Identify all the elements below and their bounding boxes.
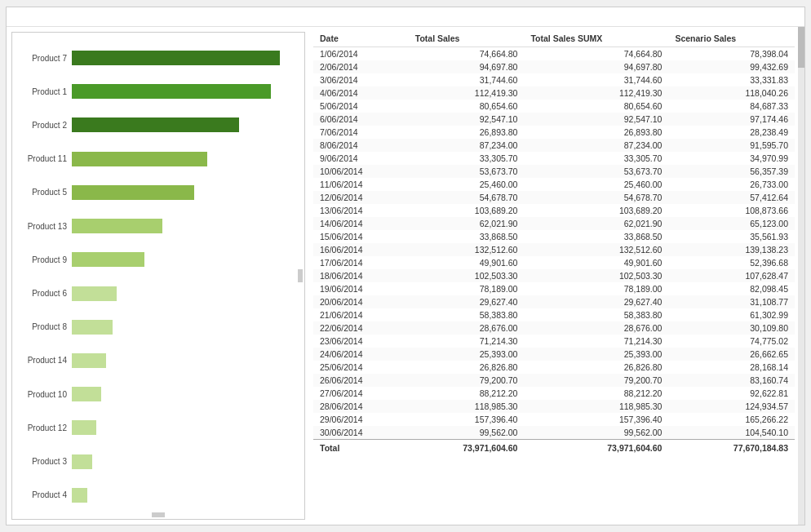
table-cell: 30/06/2014 (313, 426, 409, 440)
bar-track (72, 420, 298, 435)
bar-row[interactable]: Product 12 (19, 415, 298, 440)
table-cell: 29/06/2014 (313, 413, 409, 426)
table-row[interactable]: 17/06/201449,901.6049,901.6052,396.68 (313, 256, 795, 269)
scrollbar-thumb[interactable] (798, 27, 804, 68)
bar-row[interactable]: Product 13 (19, 214, 298, 238)
table-row[interactable]: 21/06/201458,383.8058,383.8061,302.99 (313, 308, 795, 321)
table-cell: 108,873.66 (668, 204, 795, 217)
bar-row[interactable]: Product 8 (19, 315, 298, 339)
table-row[interactable]: 6/06/201492,547.1092,547.1097,174.46 (313, 113, 795, 126)
table-row[interactable]: 15/06/201433,868.5033,868.5035,561.93 (313, 230, 795, 243)
bar-row[interactable]: Product 11 (19, 147, 298, 171)
table-cell: 99,562.00 (524, 426, 668, 440)
table-cell: 12/06/2014 (313, 191, 409, 204)
table-cell: 92,547.10 (409, 113, 525, 126)
bar-row[interactable]: Product 5 (19, 180, 298, 205)
table-cell: 58,383.80 (409, 308, 525, 321)
table-cell: 83,160.74 (668, 374, 795, 387)
table-cell: 3/06/2014 (313, 73, 409, 86)
bar-track (72, 84, 298, 99)
table-row[interactable]: 11/06/201425,460.0025,460.0026,733.00 (313, 178, 795, 191)
bar-track (72, 117, 298, 132)
table-row[interactable]: 26/06/201479,200.7079,200.7083,160.74 (313, 374, 795, 387)
table-row[interactable]: 14/06/201462,021.9062,021.9065,123.00 (313, 217, 795, 230)
table-cell: 26,733.00 (668, 178, 795, 191)
bar-row[interactable]: Product 3 (19, 450, 298, 474)
table-cell: 8/06/2014 (313, 139, 409, 152)
table-cell: 80,654.60 (409, 100, 525, 113)
table-cell: 24/06/2014 (313, 348, 409, 361)
table-row[interactable]: 16/06/2014132,512.60132,512.60139,138.23 (313, 243, 795, 256)
table-cell: 16/06/2014 (313, 243, 409, 256)
table-row[interactable]: 20/06/201429,627.4029,627.4031,108.77 (313, 295, 795, 308)
bar-row[interactable]: Product 1 (19, 79, 298, 104)
table-cell: 132,512.60 (409, 243, 525, 256)
table-row[interactable]: 23/06/201471,214.3071,214.3074,775.02 (313, 335, 795, 348)
table-row[interactable]: 8/06/201487,234.0087,234.0091,595.70 (313, 139, 795, 152)
table-row[interactable]: 12/06/201454,678.7054,678.7057,412.64 (313, 191, 795, 204)
table-column-header: Total Sales (409, 32, 525, 47)
table-cell: 4/06/2014 (313, 86, 409, 100)
bar-row[interactable]: Product 7 (19, 46, 298, 70)
table-cell: 27/06/2014 (313, 387, 409, 400)
table-row[interactable]: 25/06/201426,826.8026,826.8028,168.14 (313, 361, 795, 374)
bar-label: Product 14 (19, 356, 72, 365)
table-row[interactable]: 22/06/201428,676.0028,676.0030,109.80 (313, 321, 795, 335)
table-row[interactable]: 24/06/201425,393.0025,393.0026,662.65 (313, 348, 795, 361)
table-row[interactable]: 3/06/201431,744.6031,744.6033,331.83 (313, 73, 795, 86)
table-row[interactable]: 19/06/201478,189.0078,189.0082,098.45 (313, 282, 795, 295)
bar-row[interactable]: Product 9 (19, 247, 298, 272)
table-cell: 94,697.80 (409, 60, 525, 73)
table-cell: 17/06/2014 (313, 256, 409, 269)
top-bar (7, 7, 804, 27)
table-cell: 25,393.00 (409, 348, 525, 361)
table-row[interactable]: 1/06/201474,664.8074,664.8078,398.04 (313, 47, 795, 61)
table-cell: 78,189.00 (409, 282, 525, 295)
resize-right-handle[interactable] (298, 269, 303, 282)
table-row[interactable]: 10/06/201453,673.7053,673.7056,357.39 (313, 165, 795, 178)
table-row[interactable]: 27/06/201488,212.2088,212.2092,622.81 (313, 387, 795, 400)
table-cell: 33,305.70 (524, 152, 668, 165)
table-cell: 6/06/2014 (313, 113, 409, 126)
table-row[interactable]: 9/06/201433,305.7033,305.7034,970.99 (313, 152, 795, 165)
bar-row[interactable]: Product 14 (19, 348, 298, 373)
right-scrollbar[interactable] (798, 27, 804, 525)
bar-row[interactable]: Product 4 (19, 483, 298, 508)
table-row[interactable]: 5/06/201480,654.6080,654.6084,687.33 (313, 100, 795, 113)
table-panel[interactable]: DateTotal SalesTotal Sales SUMXScenario … (310, 27, 798, 525)
bar-row[interactable]: Product 10 (19, 382, 298, 406)
table-cell: 165,266.22 (668, 413, 795, 426)
bar-fill (72, 252, 144, 267)
table-row[interactable]: 28/06/2014118,985.30118,985.30124,934.57 (313, 400, 795, 413)
table-row[interactable]: 4/06/2014112,419.30112,419.30118,040.26 (313, 86, 795, 100)
bar-row[interactable]: Product 2 (19, 113, 298, 137)
table-row[interactable]: 30/06/201499,562.0099,562.00104,540.10 (313, 426, 795, 440)
table-column-header: Date (313, 32, 409, 47)
table-cell: 82,098.45 (668, 282, 795, 295)
table-cell: 26,893.80 (409, 126, 525, 139)
total-cell: 73,971,604.60 (409, 440, 525, 455)
bar-fill (72, 353, 106, 368)
bar-track (72, 185, 298, 200)
total-cell: 77,670,184.83 (668, 440, 795, 455)
table-cell: 26,826.80 (524, 361, 668, 374)
table-cell: 54,678.70 (524, 191, 668, 204)
table-cell: 31,108.77 (668, 295, 795, 308)
table-cell: 28,168.14 (668, 361, 795, 374)
table-cell: 2/06/2014 (313, 60, 409, 73)
table-row[interactable]: 13/06/2014103,689.20103,689.20108,873.66 (313, 204, 795, 217)
table-cell: 49,901.60 (409, 256, 525, 269)
bar-row[interactable]: Product 6 (19, 282, 298, 306)
content-area: Product 7Product 1Product 2Product 11Pro… (7, 27, 804, 525)
table-cell: 1/06/2014 (313, 47, 409, 61)
table-cell: 14/06/2014 (313, 217, 409, 230)
table-row[interactable]: 7/06/201426,893.8026,893.8028,238.49 (313, 126, 795, 139)
table-cell: 20/06/2014 (313, 295, 409, 308)
chart-body: Product 7Product 1Product 2Product 11Pro… (19, 46, 298, 509)
table-cell: 57,412.64 (668, 191, 795, 204)
table-cell: 25,460.00 (524, 178, 668, 191)
table-row[interactable]: 18/06/2014102,503.30102,503.30107,628.47 (313, 269, 795, 282)
table-row[interactable]: 2/06/201494,697.8094,697.8099,432.69 (313, 60, 795, 73)
resize-bottom-handle[interactable] (152, 512, 165, 517)
table-row[interactable]: 29/06/2014157,396.40157,396.40165,266.22 (313, 413, 795, 426)
